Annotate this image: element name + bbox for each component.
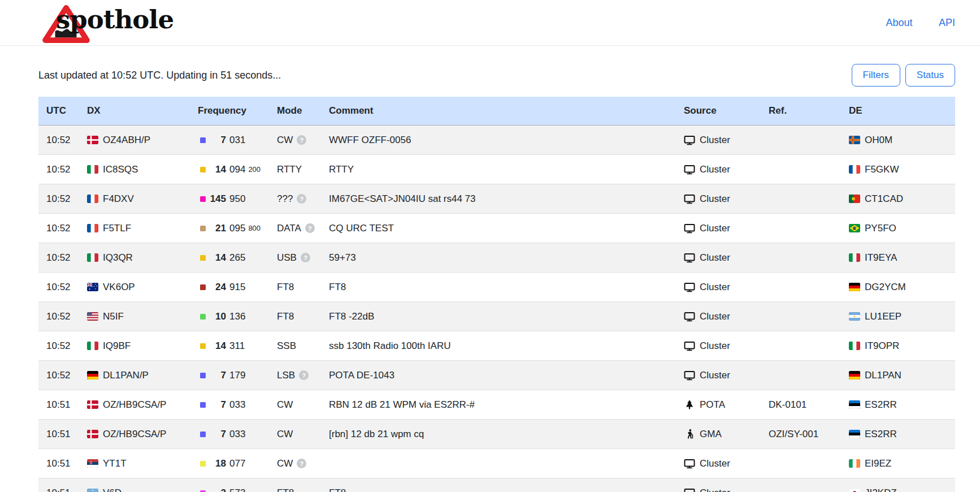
spot-comment-cell: FT8 -22dB <box>328 302 683 331</box>
spot-mode-cell: RTTY <box>276 155 328 184</box>
band-indicator <box>200 226 206 231</box>
spot-row[interactable]: 10:51OZ/HB9CSA/P7033CWRBN 12 dB 21 WPM v… <box>38 390 955 420</box>
band-indicator <box>200 314 206 320</box>
spot-dx-cell: IC8SQS <box>85 155 197 184</box>
spot-row[interactable]: 10:52IC8SQS14094200RTTYRTTYClusterF5GKW <box>38 155 955 184</box>
status-button[interactable]: Status <box>905 64 955 87</box>
mode-label: LSB <box>277 370 295 381</box>
mode-help-icon[interactable]: ? <box>297 194 306 204</box>
mode-label: CW <box>277 399 293 411</box>
flag-fr-icon <box>87 224 98 232</box>
column-header-freq: Frequency <box>197 97 276 126</box>
spot-time: 10:52 <box>46 135 71 145</box>
frequency-khz: 077 <box>229 458 245 469</box>
spots-table: UTCDXFrequencyModeCommentSourceRef.DE 10… <box>38 97 955 492</box>
spot-comment-cell: POTA DE-1043 <box>328 361 683 390</box>
spot-source-cell: Cluster <box>683 478 767 492</box>
flag-de-icon <box>87 371 98 379</box>
flag-au-icon <box>87 283 98 291</box>
de-callsign: IT9EYA <box>865 252 897 264</box>
spot-de-cell: DG2YCM <box>848 273 955 302</box>
spot-ref-cell <box>767 361 848 390</box>
logo[interactable]: spothole <box>38 1 225 44</box>
spot-frequency-cell: 24915 <box>197 273 276 302</box>
spot-row[interactable]: 10:51OZ/HB9CSA/P7033CW[rbn] 12 db 21 wpm… <box>38 420 955 449</box>
de-callsign: F5GKW <box>865 164 899 175</box>
mode-help-icon[interactable]: ? <box>305 223 315 233</box>
mode-help-icon[interactable]: ? <box>297 459 306 468</box>
column-header-dx: DX <box>85 97 197 126</box>
frequency-khz: 095 <box>229 223 245 234</box>
flag-dk-icon <box>87 430 98 438</box>
spot-de-cell: IT9OPR <box>848 331 955 361</box>
spot-frequency-cell: 145950 <box>197 184 276 214</box>
frequency-hz: 800 <box>248 224 261 232</box>
flag-it-icon <box>87 342 98 350</box>
source-label: Cluster <box>700 340 730 352</box>
frequency-mhz: 14 <box>206 164 226 175</box>
spot-mode-cell: CW <box>276 420 328 449</box>
dx-callsign: DL1PAN/P <box>103 370 149 381</box>
spot-frequency-cell: 7033 <box>197 420 276 449</box>
dx-callsign: F5TLF <box>103 223 131 234</box>
spot-row[interactable]: 10:52OZ4ABH/P7031CW?WWFF OZFF-0056Cluste… <box>38 126 955 155</box>
nav-api[interactable]: API <box>939 17 955 28</box>
spot-ref-cell <box>767 478 848 492</box>
source-label: Cluster <box>700 458 730 469</box>
spot-row[interactable]: 10:52VK6OP24915FT8FT8ClusterDG2YCM <box>38 273 955 302</box>
spot-row[interactable]: 10:52F5TLF21095800DATA?CQ URC TESTCluste… <box>38 214 955 243</box>
flag-it-icon <box>849 253 860 262</box>
status-row: Last updated at 10:52 UTC. Updating in 5… <box>38 64 955 87</box>
band-indicator <box>200 196 206 202</box>
spot-time: 10:52 <box>46 282 71 292</box>
spot-row[interactable]: 10:52N5IF10136FT8FT8 -22dBClusterLU1EEP <box>38 302 955 331</box>
flag-it-icon <box>87 253 98 262</box>
last-updated-text: Last updated at 10:52 UTC. Updating in 5… <box>38 70 281 81</box>
mode-label: RTTY <box>277 164 302 175</box>
frequency-khz: 136 <box>229 311 245 322</box>
frequency-khz: 265 <box>229 252 245 264</box>
frequency-mhz: 14 <box>206 340 226 352</box>
de-callsign: ES2RR <box>865 399 897 411</box>
spot-time-cell: 10:52 <box>38 126 85 155</box>
monitor-icon <box>684 487 695 492</box>
mode-label: DATA <box>277 223 301 234</box>
spot-row[interactable]: 10:51V6D3573FT8FT8ClusterJI2KDZ <box>38 478 955 492</box>
spot-time-cell: 10:51 <box>38 390 85 420</box>
dx-callsign: N5IF <box>103 311 124 322</box>
spot-row[interactable]: 10:52F4DXV145950????IM67GE<SAT>JN04IU sa… <box>38 184 955 214</box>
spot-time-cell: 10:51 <box>38 478 85 492</box>
spot-dx-cell: OZ/HB9CSA/P <box>85 420 197 449</box>
frequency-khz: 573 <box>229 487 245 492</box>
frequency-mhz: 7 <box>206 135 226 146</box>
nav-about[interactable]: About <box>886 17 912 28</box>
spot-ref-cell <box>767 331 848 361</box>
table-header-row: UTCDXFrequencyModeCommentSourceRef.DE <box>38 97 955 126</box>
flag-ax-icon <box>849 136 860 144</box>
dx-callsign: F4DXV <box>103 193 134 205</box>
ref-label: OZI/SY-001 <box>769 429 818 439</box>
mode-help-icon[interactable]: ? <box>299 370 309 380</box>
band-indicator <box>200 343 206 349</box>
spot-row[interactable]: 10:51YT1T18077CW?ClusterEI9EZ <box>38 449 955 478</box>
de-callsign: ES2RR <box>865 429 897 440</box>
spot-time: 10:52 <box>46 193 71 204</box>
mode-help-icon[interactable]: ? <box>297 135 306 145</box>
spot-row[interactable]: 10:52IQ9BF14311SSBssb 130th Radio 100th … <box>38 331 955 361</box>
spot-row[interactable]: 10:52IQ3QR14265USB?59+73ClusterIT9EYA <box>38 243 955 273</box>
monitor-icon <box>684 458 695 469</box>
mode-help-icon[interactable]: ? <box>301 253 310 262</box>
flag-it-icon <box>87 165 98 174</box>
spot-dx-cell: IQ9BF <box>85 331 197 361</box>
spot-row[interactable]: 10:52DL1PAN/P7179LSB?POTA DE-1043Cluster… <box>38 361 955 390</box>
source-label: Cluster <box>700 164 730 175</box>
filters-button[interactable]: Filters <box>852 64 900 87</box>
mode-label: USB <box>277 252 297 264</box>
spot-time-cell: 10:52 <box>38 273 85 302</box>
spot-time-cell: 10:52 <box>38 184 85 214</box>
spot-dx-cell: YT1T <box>85 449 197 478</box>
frequency-khz: 033 <box>229 399 245 411</box>
spot-time-cell: 10:52 <box>38 331 85 361</box>
spot-mode-cell: FT8 <box>276 302 328 331</box>
mode-label: CW <box>277 135 293 146</box>
